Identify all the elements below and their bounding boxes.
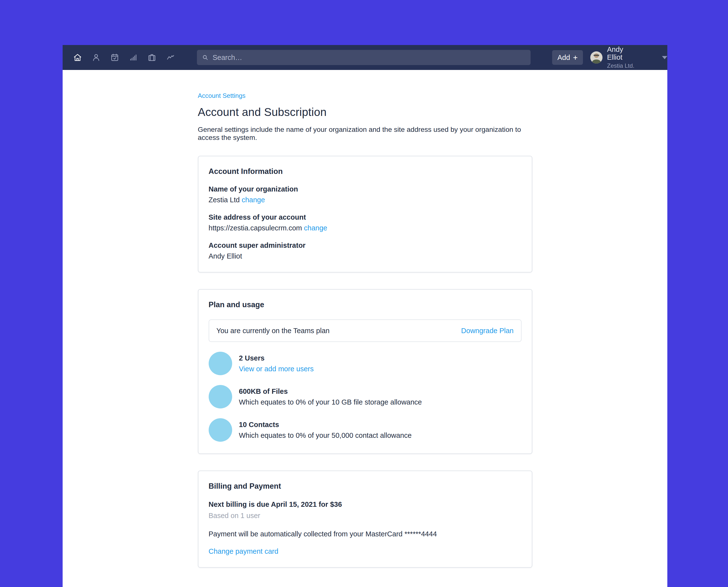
- next-billing-text: Next billing is due April 15, 2021 for $…: [209, 500, 521, 509]
- field-label: Account super administrator: [209, 241, 521, 250]
- users-usage-row: 2 Users View or add more users: [209, 352, 521, 375]
- current-plan-text: You are currently on the Teams plan: [216, 327, 330, 335]
- top-navbar: Add + Andy Elliot Zestia Ltd.: [63, 45, 667, 70]
- user-org: Zestia Ltd.: [607, 62, 640, 69]
- contacts-usage-circle-icon: [209, 418, 232, 442]
- files-usage-title: 600KB of Files: [239, 388, 422, 396]
- search-input[interactable]: [213, 53, 526, 62]
- files-usage-circle-icon: [209, 385, 232, 408]
- field-label: Site address of your account: [209, 213, 521, 221]
- usage-text: 2 Users View or add more users: [239, 354, 314, 373]
- based-on-users-text: Based on 1 user: [209, 512, 521, 520]
- page-description: General settings include the name of you…: [198, 125, 532, 142]
- contacts-usage-row: 10 Contacts Which equates to 0% of your …: [209, 418, 521, 442]
- usage-text: 10 Contacts Which equates to 0% of your …: [239, 421, 412, 440]
- home-icon[interactable]: [73, 53, 82, 62]
- site-address-value: https://zestia.capsulecrm.com: [209, 224, 302, 232]
- plus-icon: +: [573, 53, 578, 62]
- site-address-field: Site address of your account https://zes…: [209, 213, 521, 232]
- change-payment-card-link[interactable]: Change payment card: [209, 547, 278, 555]
- search-bar: [197, 50, 531, 65]
- calendar-tasks-icon[interactable]: [110, 53, 119, 62]
- contacts-usage-description: Which equates to 0% of your 50,000 conta…: [239, 431, 412, 440]
- organization-name-field: Name of your organization Zestia Ltd cha…: [209, 185, 521, 204]
- add-button-label: Add: [558, 53, 570, 62]
- page-content: Account Settings Account and Subscriptio…: [198, 70, 532, 568]
- add-button[interactable]: Add +: [552, 50, 583, 65]
- cases-icon[interactable]: [147, 53, 157, 62]
- avatar: [590, 51, 603, 64]
- user-menu[interactable]: Andy Elliot Zestia Ltd.: [590, 46, 640, 69]
- user-name: Andy Elliot: [607, 46, 640, 62]
- account-information-card: Account Information Name of your organiz…: [198, 156, 532, 273]
- app-window: Add + Andy Elliot Zestia Ltd. Account Se…: [63, 45, 667, 587]
- super-administrator-value: Andy Elliot: [209, 252, 521, 260]
- files-usage-description: Which equates to 0% of your 10 GB file s…: [239, 398, 422, 406]
- field-value: Zestia Ltd change: [209, 196, 521, 204]
- super-administrator-field: Account super administrator Andy Elliot: [209, 241, 521, 260]
- change-organization-link[interactable]: change: [242, 196, 265, 204]
- users-usage-title: 2 Users: [239, 354, 314, 362]
- billing-heading: Billing and Payment: [209, 482, 521, 491]
- contacts-usage-title: 10 Contacts: [239, 421, 412, 429]
- files-usage-row: 600KB of Files Which equates to 0% of yo…: [209, 385, 521, 408]
- users-usage-circle-icon: [209, 352, 232, 375]
- current-plan-box: You are currently on the Teams plan Down…: [209, 320, 521, 342]
- contacts-icon[interactable]: [92, 53, 101, 62]
- field-value: https://zestia.capsulecrm.com change: [209, 224, 521, 232]
- page-title: Account and Subscription: [198, 105, 532, 119]
- chevron-down-icon[interactable]: [662, 56, 667, 59]
- view-add-users-link[interactable]: View or add more users: [239, 365, 314, 373]
- sales-pipeline-icon[interactable]: [129, 53, 138, 62]
- nav-icon-group: [73, 53, 175, 62]
- usage-text: 600KB of Files Which equates to 0% of yo…: [239, 388, 422, 406]
- billing-and-payment-card: Billing and Payment Next billing is due …: [198, 471, 532, 568]
- downgrade-plan-link[interactable]: Downgrade Plan: [461, 327, 514, 335]
- field-label: Name of your organization: [209, 185, 521, 193]
- user-text: Andy Elliot Zestia Ltd.: [607, 46, 640, 69]
- account-information-heading: Account Information: [209, 167, 521, 176]
- change-site-address-link[interactable]: change: [304, 224, 327, 232]
- plan-and-usage-card: Plan and usage You are currently on the …: [198, 289, 532, 454]
- breadcrumb[interactable]: Account Settings: [198, 92, 532, 99]
- organization-name-value: Zestia Ltd: [209, 196, 240, 204]
- tracks-icon[interactable]: [166, 53, 175, 62]
- search-icon: [202, 54, 209, 61]
- payment-method-text: Payment will be automatically collected …: [209, 530, 521, 538]
- plan-and-usage-heading: Plan and usage: [209, 300, 521, 309]
